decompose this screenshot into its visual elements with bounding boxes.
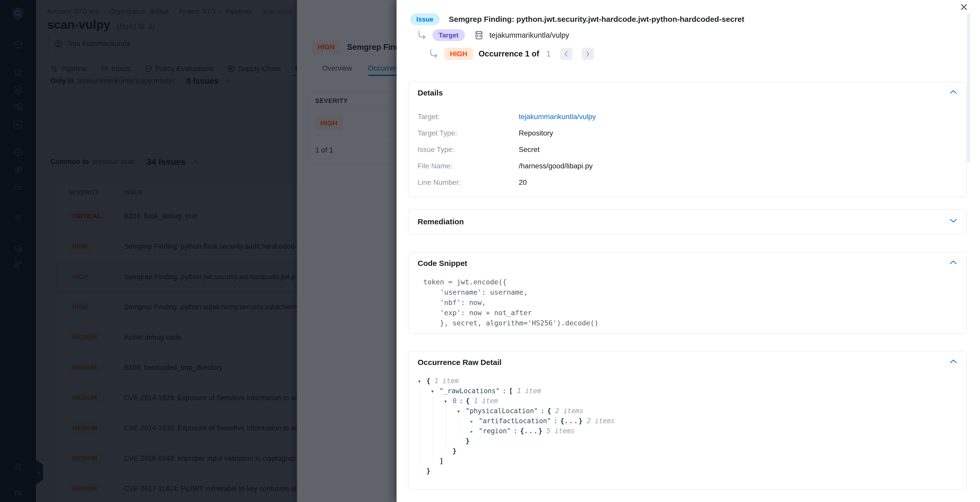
target-badge: Target [433, 29, 465, 41]
finding-title: Semgrep Finding: python.jwt.security.jwt… [449, 15, 745, 24]
occurrence-detail-drawer: ✕ Issue Semgrep Finding: python.jwt.secu… [396, 0, 980, 502]
occurrence-label: Occurrence 1 of [479, 49, 539, 59]
detail-row: Issue Type:Secret [418, 141, 957, 158]
collapse-chevron-icon[interactable] [950, 90, 957, 95]
detail-row: Target:tejakummarikuntla/vulpy [418, 108, 957, 125]
code-snippet: token = jwt.encode({ 'username': usernam… [423, 277, 598, 328]
json-tree-line[interactable]: ▾"physicalLocation":{2 items [418, 406, 615, 416]
detail-row: Line Number:20 [418, 174, 957, 191]
collapse-arrow-icon: ▾ [431, 386, 439, 396]
detail-row: Target Type:Repository [418, 125, 957, 141]
prev-occurrence-button[interactable] [560, 48, 573, 60]
detail-label: File Name: [418, 162, 519, 170]
detail-label: Line Number: [418, 178, 519, 187]
raw-detail-heading: Occurrence Raw Detail [418, 358, 501, 367]
collapse-arrow-icon: ▾ [444, 396, 452, 406]
detail-value: 20 [519, 178, 527, 187]
expand-arrow-icon: ▸ [470, 426, 479, 436]
detail-value: Secret [519, 146, 539, 154]
target-name: tejakummarikuntla/vulpy [490, 31, 569, 40]
detail-row: File Name:/harness/good/libapi.py [418, 158, 957, 174]
json-tree-line[interactable]: ▾{1 item [418, 376, 615, 386]
json-tree-line[interactable]: ▾0:{1 item [418, 396, 615, 406]
screen: TK ▸ Account: STO test›Organization: def… [0, 0, 980, 502]
collapse-chevron-icon[interactable] [950, 260, 957, 265]
detail-label: Issue Type: [418, 146, 519, 154]
json-tree-line[interactable]: ▸"region":{...}5 items [418, 426, 615, 436]
issue-badge: Issue [410, 13, 440, 25]
code-snippet-heading: Code Snippet [418, 259, 467, 268]
occurrence-count: 1 [546, 49, 551, 59]
close-icon[interactable]: ✕ [958, 0, 970, 14]
repository-icon [474, 30, 484, 40]
severity-badge: HIGH [444, 48, 473, 60]
raw-detail-card: Occurrence Raw Detail ▾{1 item▾"_rawLoca… [408, 351, 967, 490]
details-heading: Details [418, 89, 443, 97]
branch-arrow-icon [429, 49, 439, 59]
branch-arrow-icon [417, 30, 427, 40]
expand-chevron-icon[interactable] [950, 218, 957, 224]
details-card: Details Target:tejakummarikuntla/vulpyTa… [408, 82, 967, 197]
json-tree-line: } [418, 446, 615, 456]
code-snippet-card: Code Snippet token = jwt.encode({ 'usern… [408, 252, 967, 334]
detail-label: Target: [418, 113, 519, 121]
detail-label: Target Type: [418, 129, 519, 137]
next-occurrence-button[interactable] [582, 48, 594, 60]
remediation-card: Remediation [408, 210, 967, 234]
collapse-chevron-icon[interactable] [950, 359, 957, 365]
expand-arrow-icon: ▸ [470, 416, 479, 426]
scrollbar-thumb[interactable] [967, 13, 970, 162]
collapse-arrow-icon: ▾ [457, 406, 466, 416]
json-tree-line: ] [418, 456, 615, 466]
detail-value: /harness/good/libapi.py [519, 162, 593, 170]
json-tree-line: } [418, 436, 615, 446]
json-tree-line[interactable]: ▸"artifactLocation":{...}2 items [418, 416, 615, 426]
detail-value[interactable]: tejakummarikuntla/vulpy [519, 113, 596, 121]
json-tree-line[interactable]: ▾"_rawLocations":[1 item [418, 386, 615, 396]
detail-value: Repository [519, 129, 553, 137]
json-tree: ▾{1 item▾"_rawLocations":[1 item▾0:{1 it… [418, 376, 615, 476]
collapse-arrow-icon: ▾ [418, 376, 426, 386]
remediation-heading: Remediation [418, 218, 464, 226]
json-tree-line: } [418, 466, 615, 476]
